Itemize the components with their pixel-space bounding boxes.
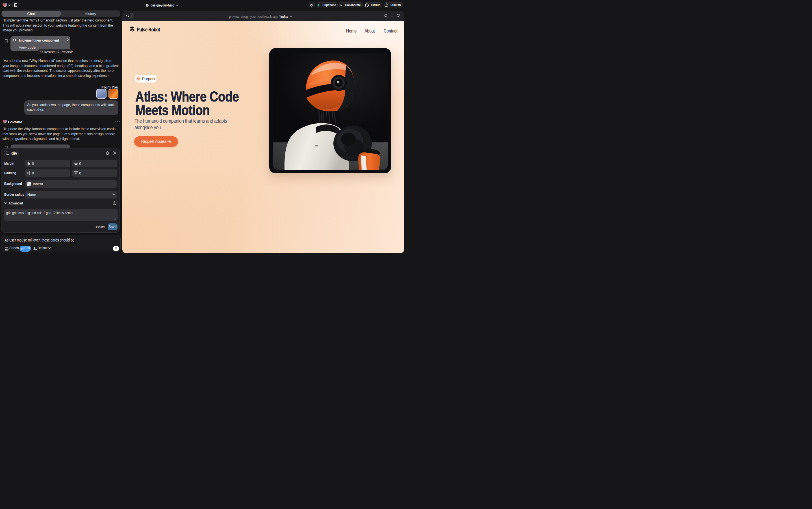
svg-text:?: ? [114,202,115,204]
